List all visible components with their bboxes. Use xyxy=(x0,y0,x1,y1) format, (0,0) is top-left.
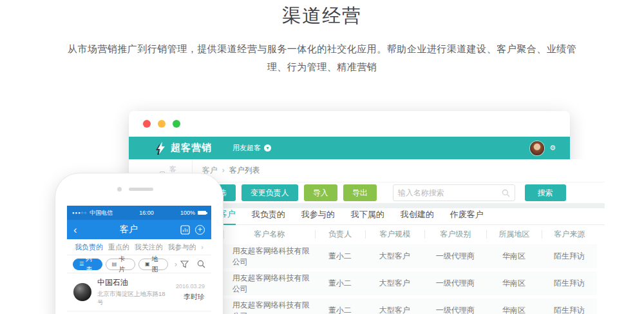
cell-scale: 大型客户 xyxy=(365,279,424,288)
col-scale: 客户规模 xyxy=(365,230,424,239)
cell-owner: 董小二 xyxy=(315,252,365,260)
tab-my-created[interactable]: 我创建的 xyxy=(401,209,434,224)
list-item[interactable]: 用友 用友体育馆 北京市海淀区北清路 2016.03.26 小娟子 xyxy=(67,311,211,314)
back-icon[interactable]: ‹ xyxy=(73,224,77,235)
tab-my-subordinates[interactable]: 我下属的 xyxy=(351,209,384,224)
cell-source: 陌生拜访 xyxy=(542,279,597,288)
chips-more-icon[interactable]: › xyxy=(175,260,177,269)
breadcrumb-current: 客户列表 xyxy=(229,166,260,175)
view-chip-list[interactable]: ☰ 列表 xyxy=(73,259,102,270)
change-owner-button[interactable]: 变更负责人 xyxy=(242,184,298,201)
table-row[interactable]: 用友超客网络科技有限公司 董小二 大型客户 一级代理商 华南区 陌生拜访 xyxy=(200,299,597,314)
search-input[interactable] xyxy=(398,188,502,197)
phone-top xyxy=(55,173,223,206)
chart-icon[interactable] xyxy=(180,225,190,235)
view-chip-label: 列表 xyxy=(86,254,96,275)
tab-my-responsible[interactable]: 我负责的 xyxy=(252,209,285,224)
col-customer-name: 客户名称 xyxy=(223,230,315,239)
section-divider xyxy=(193,203,605,208)
cell-level: 一级代理商 xyxy=(424,306,486,314)
search-box xyxy=(393,184,515,201)
cell-owner: 董小二 xyxy=(315,306,365,314)
page-title: 渠道经营 xyxy=(0,0,644,29)
search-icon[interactable] xyxy=(197,260,205,268)
browser-titlebar xyxy=(129,111,570,137)
col-region: 所属地区 xyxy=(486,230,542,239)
breadcrumb: 客户›客户列表 xyxy=(193,159,605,182)
app-header: 超客营销 用友超客 ▼ ⚙ xyxy=(129,137,570,159)
search-button[interactable]: 搜索 xyxy=(525,184,566,201)
cell-customer-name: 用友超客网络科技有限公司 xyxy=(223,300,315,314)
customer-avatar xyxy=(73,283,91,301)
view-chip-map[interactable]: ▣ 地图 xyxy=(138,259,168,270)
phone-page-title: 客户 xyxy=(77,224,180,235)
cell-region: 华南区 xyxy=(486,306,542,314)
clock-label: 16:00 xyxy=(113,210,180,216)
table-header: 客户名称 负责人 客户规模 客户级别 所属地区 客户来源 xyxy=(200,227,597,241)
app-logo[interactable]: 超客营销 xyxy=(155,142,212,155)
phone-screen: ●●●○○ 中国电信 16:00 100% ‹ 客户 + xyxy=(67,206,211,314)
cell-scale: 大型客户 xyxy=(365,306,424,314)
add-icon[interactable]: + xyxy=(195,225,205,235)
lightning-logo-icon xyxy=(155,142,166,155)
view-chip-label: 卡片 xyxy=(118,254,129,275)
phone-speaker-icon xyxy=(129,188,153,191)
main-content: 客户›客户列表 筛选 变更负责人 导入 导出 搜索 xyxy=(192,159,605,314)
close-window-icon[interactable] xyxy=(143,120,151,128)
search-icon xyxy=(502,189,510,197)
user-avatar[interactable] xyxy=(530,141,544,155)
carrier-label: 中国电信 xyxy=(90,209,113,217)
cell-source: 陌生拜访 xyxy=(542,306,597,314)
card-view-icon: ▤ xyxy=(112,259,117,270)
view-chip-card[interactable]: ▤ 卡片 xyxy=(106,259,135,270)
battery-icon xyxy=(198,211,206,215)
table-row[interactable]: 用友超客网络科技有限公司 董小二 大型客户 一级代理商 华南区 陌生拜访 xyxy=(200,244,597,268)
col-level: 客户级别 xyxy=(424,230,486,239)
col-owner: 负责人 xyxy=(315,230,365,239)
cell-source: 陌生拜访 xyxy=(542,252,597,260)
cell-customer-name: 用友超客网络科技有限公司 xyxy=(223,273,315,293)
phone-tab-important[interactable]: 重点的 xyxy=(108,242,129,252)
phone-tabs: 我负责的 重点的 我关注的 我参与的 › xyxy=(67,239,211,255)
export-button[interactable]: 导出 xyxy=(343,184,377,201)
filter-funnel-icon[interactable] xyxy=(180,260,189,268)
cell-region: 华南区 xyxy=(486,252,542,260)
item-contact: 李时珍 xyxy=(176,292,205,302)
app-logo-text: 超客营销 xyxy=(171,142,212,154)
phone-statusbar: ●●●○○ 中国电信 16:00 100% xyxy=(67,206,211,220)
tab-voided-customers[interactable]: 作废客户 xyxy=(450,209,484,224)
tabs-more-icon[interactable]: › xyxy=(201,243,204,251)
gear-icon[interactable]: ⚙ xyxy=(549,144,556,152)
tab-my-participated[interactable]: 我参与的 xyxy=(301,209,335,224)
list-item[interactable]: 中国石油 北京市海淀区上地东路18号 2016.03.29 李时珍 xyxy=(67,273,211,311)
maximize-window-icon[interactable] xyxy=(173,120,180,128)
phone-camera-icon xyxy=(117,187,122,191)
workspace-switcher[interactable]: 用友超客 ▼ xyxy=(232,143,271,153)
page-description: 从市场营销推广到行销管理，提供渠道经营与服务一体化的社交化应用。帮助企业进行渠道… xyxy=(58,40,586,76)
col-source: 客户来源 xyxy=(542,230,597,239)
phone-tab-followed[interactable]: 我关注的 xyxy=(135,242,163,252)
toolbar: 筛选 变更负责人 导入 导出 搜索 xyxy=(193,182,605,203)
customer-tabs: 全部客户 我负责的 我参与的 我下属的 我创建的 作废客户 xyxy=(193,208,605,225)
cell-region: 华南区 xyxy=(486,279,542,288)
signal-icon: ●●●○○ xyxy=(72,211,87,215)
customer-address: 北京市海淀区上地东路18号 xyxy=(97,290,170,307)
import-button[interactable]: 导入 xyxy=(304,184,337,201)
phone-navbar: ‹ 客户 + xyxy=(67,220,211,239)
item-date: 2016.03.29 xyxy=(176,283,205,289)
view-switcher: ☰ 列表 ▤ 卡片 ▣ 地图 › xyxy=(67,255,211,273)
cell-level: 一级代理商 xyxy=(424,279,486,288)
battery-percent: 100% xyxy=(180,210,195,216)
map-view-icon: ▣ xyxy=(145,259,150,270)
view-chip-label: 地图 xyxy=(151,254,162,275)
phone-tab-participated[interactable]: 我参与的 xyxy=(167,242,196,252)
chevron-down-icon: ▼ xyxy=(264,144,271,152)
workspace-name: 用友超客 xyxy=(232,143,261,153)
customer-name: 中国石油 xyxy=(97,277,170,288)
customer-table: 客户名称 负责人 客户规模 客户级别 所属地区 客户来源 用友超客网络科技有限公… xyxy=(193,227,605,314)
table-row[interactable]: 用友超客网络科技有限公司 董小二 大型客户 一级代理商 华南区 陌生拜访 xyxy=(200,271,597,295)
cell-scale: 大型客户 xyxy=(365,252,424,260)
phone-mockup: ●●●○○ 中国电信 16:00 100% ‹ 客户 + xyxy=(55,173,223,314)
phone-tab-my-responsible[interactable]: 我负责的 xyxy=(75,242,103,252)
minimize-window-icon[interactable] xyxy=(158,120,166,128)
